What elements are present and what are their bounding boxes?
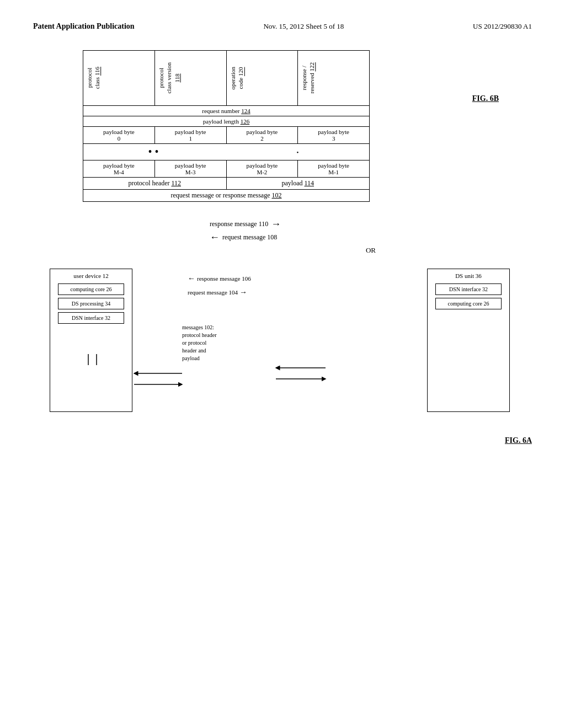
col-response-reserved: response /reserved 122: [298, 51, 370, 106]
request-number-row: request number 124: [83, 106, 370, 116]
page-header: Patent Application Publication Nov. 15, …: [33, 22, 532, 34]
col-operation-code: operationcode 120: [226, 51, 298, 106]
dsn-interface-32-left: DSN interface 32: [58, 312, 124, 324]
arrow-left-108: ←: [210, 232, 220, 243]
annotation-box: messages 102: protocol header or protoco…: [182, 324, 216, 362]
payload-byte-m1: payload byteM-1: [298, 160, 370, 178]
fig6b-diagram: protocolclass 116 protocolclass version1…: [83, 50, 370, 202]
comp-core-26: computing core 26: [58, 283, 124, 295]
request-msg-108-label: request message 108: [222, 233, 277, 242]
user-device-box: user device 12 computing core 26 DS proc…: [50, 269, 132, 412]
user-device-label: user device 12: [73, 272, 109, 279]
ds-unit-label: DS unit 36: [455, 272, 482, 279]
payload-byte-m2: payload byteM-2: [226, 160, 298, 178]
payload-byte-m4: payload byteM-4: [83, 160, 155, 178]
dsn-interface-32-right: DSN interface 32: [435, 283, 502, 295]
comp-core-26-right: computing core 26: [435, 298, 502, 309]
fig6a-section: response message 110 → ← request message…: [33, 218, 532, 445]
arrow-right-110: →: [271, 218, 281, 230]
publication-label: Patent Application Publication: [33, 22, 135, 31]
request-response-msg-cell: request message or response message 102: [83, 190, 370, 202]
response-msg-110-row: response message 110 →: [210, 218, 532, 230]
response-msg-106-label: ← response message 106: [188, 274, 251, 283]
fig6a-label: FIG. 6A: [505, 436, 532, 445]
response-msg-110-label: response message 110: [210, 220, 268, 228]
col-protocol-class-version: protocolclass version118: [154, 51, 226, 106]
network-diagram: user device 12 computing core 26 DS proc…: [33, 258, 532, 445]
dots-right: •: [226, 144, 370, 160]
date-sheet: Nov. 15, 2012 Sheet 5 of 18: [263, 22, 344, 31]
ds-unit-box: DS unit 36 DSN interface 32 computing co…: [427, 269, 510, 412]
payload-cell: payload 114: [226, 178, 370, 190]
ds-processing-34: DS processing 34: [58, 298, 124, 309]
or-label: OR: [210, 246, 532, 255]
payload-byte-0: payload byte0: [83, 127, 155, 144]
payload-byte-m3: payload byteM-3: [154, 160, 226, 178]
payload-length-row: payload length 126: [83, 116, 370, 127]
request-msg-104-label: request message 104 →: [188, 288, 247, 297]
fig6b-label: FIG. 6B: [472, 94, 499, 103]
payload-byte-1: payload byte1: [154, 127, 226, 144]
protocol-table: protocolclass 116 protocolclass version1…: [83, 50, 370, 202]
payload-byte-3: payload byte3: [298, 127, 370, 144]
request-msg-108-row: ← request message 108: [210, 232, 532, 243]
payload-byte-2: payload byte2: [226, 127, 298, 144]
dots-left: ••: [83, 144, 227, 160]
patent-number: US 2012/290830 A1: [473, 22, 532, 31]
col-protocol-class: protocolclass 116: [83, 51, 155, 106]
protocol-header-cell: protocol header 112: [83, 178, 227, 190]
